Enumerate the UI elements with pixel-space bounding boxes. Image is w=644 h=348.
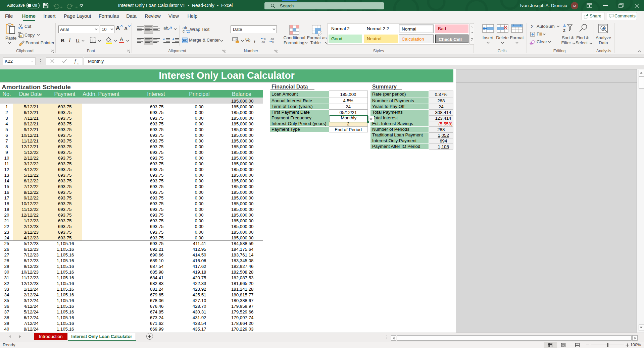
svg-text:123: 123 <box>233 38 237 41</box>
svg-text:0: 0 <box>264 38 266 41</box>
svg-text:Z: Z <box>563 28 565 33</box>
svg-text:A: A <box>563 24 566 28</box>
svg-text:.00: .00 <box>261 41 265 44</box>
